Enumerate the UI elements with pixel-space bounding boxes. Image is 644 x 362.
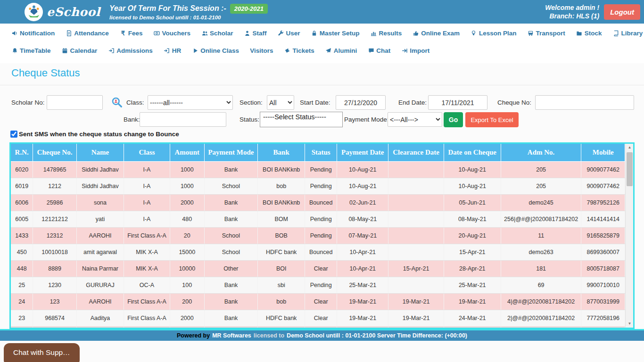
sms-checkbox[interactable] [10, 131, 17, 138]
document-icon [66, 30, 72, 36]
table-row[interactable]: 60191212Siddhi JadhavI-A1000SchoolbobPen… [11, 178, 625, 194]
table-cell: Bank [204, 211, 257, 227]
nav-item-master-setup[interactable]: Master Setup [311, 30, 360, 37]
table-row[interactable]: 60201478965Siddhi JadhavI-A1000BankBOI B… [11, 161, 625, 178]
table-cell [388, 277, 444, 293]
sms-checkbox-label: Sent SMS when the cheque status change t… [19, 131, 179, 138]
table-cell: I-A [124, 194, 170, 211]
class-label: Class: [126, 95, 144, 110]
nav-item-lesson-plan[interactable]: Lesson Plan [471, 30, 517, 37]
table-cell: 19-Mar-21 [444, 293, 501, 310]
go-button[interactable]: Go [444, 112, 463, 127]
nav-item-stock[interactable]: Stock [576, 30, 602, 37]
payment-mode-select[interactable]: <---All---> [388, 112, 442, 127]
bank-input[interactable] [140, 112, 226, 127]
nav-item-timetable[interactable]: TimeTable [11, 47, 51, 54]
table-cell: Clear [305, 260, 337, 277]
nav-item-admissions[interactable]: Admissions [108, 47, 153, 54]
nav-item-user[interactable]: User [278, 30, 300, 37]
table-row[interactable]: 45010010018amit agarwalMIK X-A15000Schoo… [11, 244, 625, 260]
section-label: Section: [239, 95, 263, 110]
table-cell: 6006 [11, 194, 33, 211]
main-nav: NotificationAttendance₹FeesVouchersSchol… [0, 24, 644, 63]
eschool-logo-icon [25, 3, 43, 21]
table-cell: School [204, 178, 257, 194]
user-icon [244, 30, 251, 36]
nav-item-notification[interactable]: Notification [11, 30, 55, 37]
end-date-input[interactable] [428, 95, 487, 110]
export-to-excel-button[interactable]: Export To Excel [465, 112, 519, 127]
table-row[interactable]: 251230GURURAJOC-A100BanksbiPending25-Mar… [11, 277, 625, 293]
table-cell: Pending [305, 178, 337, 194]
thumbs-up-icon [413, 30, 419, 36]
nav-item-calendar[interactable]: Calendar [62, 47, 98, 54]
ticket-icon [284, 47, 290, 54]
nav-item-online-exam[interactable]: Online Exam [413, 30, 460, 37]
logo[interactable]: eSchool [25, 3, 108, 21]
sign-in-icon [164, 47, 170, 54]
status-select[interactable]: -----Select Status----- [260, 112, 343, 127]
session-label: Year Of Term For This Session :- [109, 4, 226, 13]
nav-item-results[interactable]: Results [370, 30, 402, 37]
column-header-amount: Amount [170, 144, 204, 161]
nav-item-staff[interactable]: Staff [244, 30, 267, 37]
nav-item-hr[interactable]: HR [164, 47, 182, 54]
table-cell: demo263 [501, 244, 581, 260]
nav-item-online-class[interactable]: Online Class [192, 47, 239, 54]
table-cell [388, 161, 444, 178]
nav-item-import[interactable]: Import [401, 47, 429, 54]
nav-item-label: Staff [253, 30, 267, 37]
table-row[interactable]: 24123AAROHIFirst Class A-A200BankbobClea… [11, 293, 625, 310]
scholar-no-input[interactable] [47, 95, 103, 110]
nav-item-alumini[interactable]: Alumini [325, 47, 357, 54]
table-row[interactable]: 143312312AAROHIFirst Class A-A20SchoolBO… [11, 227, 625, 244]
table-cell: School [204, 227, 257, 244]
table-cell: yati [76, 211, 124, 227]
start-date-input[interactable] [336, 95, 386, 110]
scrollbar-thumb[interactable] [627, 152, 633, 186]
table-cell: 256|@#@|20200817184202 [501, 211, 581, 227]
nav-item-library[interactable]: Library [613, 30, 643, 37]
table-row[interactable]: 600512121212yatiI-A480BankBOMPending08-M… [11, 211, 625, 227]
table-row[interactable]: 600625986sonaI-A2000BankBOI BANKknbBounc… [11, 194, 625, 211]
table-cell: 205 [501, 161, 581, 178]
nav-item-visitors[interactable]: Visitors [250, 47, 273, 54]
app-header: eSchool Year Of Term For This Session :-… [0, 0, 644, 24]
logout-button[interactable]: Logout [604, 4, 640, 20]
nav-item-label: Stock [585, 30, 602, 37]
nav-item-tickets[interactable]: Tickets [284, 47, 314, 54]
scroll-up-icon[interactable]: ▲ [626, 144, 634, 151]
table-cell: School [204, 244, 257, 260]
nav-item-chat[interactable]: Chat [368, 47, 390, 54]
table-cell: 19-Mar-21 [388, 293, 444, 310]
table-cell: Bank [204, 310, 257, 326]
nav-item-label: Chat [376, 47, 390, 54]
table-scrollbar[interactable]: ▲ ▼ [625, 144, 633, 328]
table-cell: 205 [501, 178, 581, 194]
cheque-no-input[interactable] [535, 95, 634, 110]
table-cell [388, 227, 444, 244]
title-divider [0, 85, 644, 85]
folder-icon [576, 30, 583, 36]
table-row[interactable]: 23968574AadityaFirst Class A-A2000BankHD… [11, 310, 625, 326]
table-cell: bob [258, 293, 305, 310]
table-cell [388, 211, 444, 227]
class-select[interactable]: ------all------ [148, 95, 233, 110]
scroll-down-icon[interactable]: ▼ [626, 320, 634, 328]
calendar-icon [62, 47, 68, 54]
app-footer: Powered by MR Softwares licensed to Demo… [0, 329, 644, 341]
table-cell: 11 [501, 227, 581, 244]
section-select[interactable]: All [267, 95, 294, 110]
table-cell: 24-Mar-21 [444, 310, 501, 326]
scholar-search-icon[interactable] [111, 97, 123, 108]
table-cell: 8005718087 [581, 260, 625, 277]
chat-with-support-button[interactable]: Chat with Supp… [4, 343, 80, 362]
table-row[interactable]: 4488889Naina ParmarMIK X-A10000OtherBOIC… [11, 260, 625, 277]
nav-item-vouchers[interactable]: Vouchers [154, 30, 191, 37]
nav-item-transport[interactable]: Transport [528, 30, 565, 37]
branch-label: Branch: HLS (1) [545, 12, 599, 20]
nav-item-fees[interactable]: ₹Fees [120, 30, 143, 37]
nav-item-attendance[interactable]: Attendance [66, 30, 109, 37]
filter-bar: Scholar No: Class: ------all------ Secti… [0, 95, 644, 128]
nav-item-scholar[interactable]: Scholar [201, 30, 233, 37]
